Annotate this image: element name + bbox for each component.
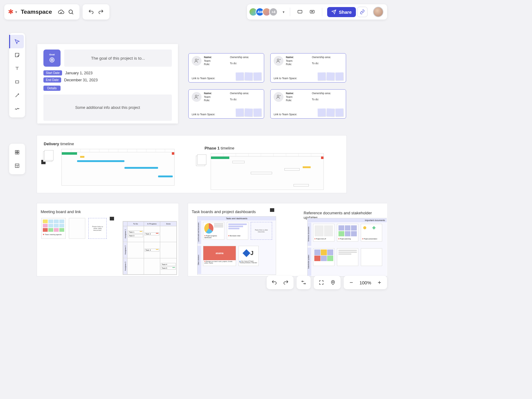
meeting-title: Meeting board and link [41, 209, 81, 214]
text-tool[interactable] [10, 62, 24, 75]
task-card[interactable]: Task 5 [162, 267, 167, 269]
col-done: Done [160, 222, 177, 226]
share-button[interactable]: Share [327, 7, 356, 17]
person-card-4[interactable]: Name:Team:Role: Ownership area:To do: Li… [270, 89, 346, 119]
end-date-value[interactable]: December 31, 2023 [64, 78, 98, 82]
role-label: Role: [286, 63, 294, 66]
ownership-label: Ownership area: [230, 56, 249, 59]
dashboard-link-2[interactable]: ✱ Burndown chart [227, 222, 248, 240]
reference-docs-thumb[interactable]: Important documents Reference documents … [307, 218, 387, 277]
row-assignee2: Assignee 2 [123, 242, 127, 258]
add-person-icon[interactable] [274, 56, 283, 66]
comments-icon[interactable] [295, 7, 305, 17]
asana-link[interactable]: asana ✱ Manage your team's work, project… [203, 246, 236, 266]
fit-screen-button[interactable] [316, 277, 327, 288]
person-card-1[interactable]: Name: Team: Role: Ownership area: To do:… [188, 53, 264, 83]
zoom-in-button[interactable] [374, 277, 385, 288]
add-person-icon[interactable] [192, 92, 201, 102]
todo-label: To do: [230, 62, 249, 65]
undo-button[interactable] [268, 277, 280, 288]
add-person-icon[interactable] [274, 92, 283, 102]
search-icon[interactable] [66, 7, 76, 17]
goal-badge-label: Goal [49, 53, 55, 56]
collaborator-avatars[interactable]: AW +4 [251, 8, 278, 16]
meeting-stickies-thumb[interactable]: ✱Team meeting agenda [41, 218, 66, 239]
details-text[interactable]: Some additional info about this project [43, 94, 172, 121]
redo-button[interactable] [280, 277, 292, 288]
collab-header-pill: AW +4 ▼ Share [247, 4, 387, 20]
dashboard-link-1[interactable]: ✱ Project progress dashboard [203, 222, 224, 240]
tasks-dashboards-thumb[interactable]: Tasks and dashboards Lucid boards and do… [197, 216, 276, 275]
task-card[interactable]: Task 3 [129, 235, 134, 237]
more-shapes-tool[interactable] [10, 146, 24, 159]
update-link-3[interactable] [361, 248, 382, 266]
profile-avatar[interactable] [373, 7, 383, 17]
zoom-out-button[interactable] [345, 277, 357, 288]
meeting-doc-thumb[interactable] [69, 218, 85, 239]
goal-badge: Goal [43, 50, 61, 67]
goal-text[interactable]: The goal of this project is to... [64, 50, 172, 67]
redo-button[interactable] [96, 7, 106, 17]
link-team-label: Link to Team Space: [192, 77, 215, 80]
paste-links-placeholder[interactable]: Paste links to other resources. [251, 222, 272, 240]
sticky-group[interactable] [318, 109, 343, 116]
link-team-label: Link to Team Space: [274, 77, 297, 80]
tasks-title: Task boards and project dashboards [192, 209, 256, 214]
location-button[interactable] [327, 277, 339, 288]
doc-link-2[interactable]: ✱ Project planning [337, 224, 358, 242]
avatar-overflow[interactable]: +4 [269, 8, 278, 16]
chevron-down-icon[interactable]: ▼ [282, 10, 285, 14]
sync-scroll-button[interactable] [297, 276, 311, 289]
update-link-2[interactable] [337, 248, 358, 266]
meeting-board-frame[interactable]: Meeting board and link ✱Team meeting age… [37, 203, 179, 276]
line-tool[interactable] [10, 89, 24, 102]
paste-links-placeholder[interactable]: Paste links to other daily resources. [88, 218, 107, 239]
shape-tool[interactable] [10, 75, 24, 89]
add-person-icon[interactable] [192, 56, 201, 66]
phase1-timeline-thumb[interactable] [211, 153, 324, 190]
copy-link-button[interactable] [357, 7, 368, 17]
ownership-label: Ownership area: [230, 92, 249, 95]
task-boards-frame[interactable]: Task boards and project dashboards Tasks… [188, 203, 387, 276]
zoom-value[interactable]: 100% [357, 280, 374, 285]
undo-button[interactable] [86, 7, 96, 17]
name-label: Name: [204, 56, 212, 59]
svg-rect-7 [17, 153, 19, 154]
sticky-group[interactable] [236, 109, 261, 116]
task-card[interactable]: Task 4 [146, 249, 151, 251]
person-card-3[interactable]: Name:Team:Role: Ownership area:To do: Li… [188, 89, 264, 119]
doc-link-3[interactable]: ✱ Project presentation [361, 224, 382, 242]
meeting-thumb-label: Team meeting agenda [45, 234, 61, 235]
task-card[interactable]: Task 4 [162, 264, 167, 265]
task-card[interactable]: Task 2 [146, 233, 151, 235]
stacked-cards-icon [197, 154, 206, 165]
select-tool[interactable] [9, 35, 24, 48]
app-menu-button[interactable]: ✱ ▼ [8, 8, 18, 16]
person-card-2[interactable]: Name:Team:Role: Ownership area:To do: Li… [270, 53, 346, 83]
frames-tool[interactable] [10, 159, 24, 172]
present-icon[interactable] [307, 7, 317, 17]
sticky-note-tool[interactable] [10, 48, 24, 62]
freehand-tool[interactable] [10, 102, 24, 116]
task-card[interactable]: Task 1 [129, 231, 134, 233]
side-other: Other solutions [198, 246, 201, 274]
svg-rect-4 [15, 150, 17, 152]
page-title[interactable]: Teamspace [21, 9, 52, 15]
row-assignee1: Assignee 1 [123, 226, 127, 242]
project-goal-card[interactable]: Goal The goal of this project is to... S… [37, 44, 178, 124]
tip-marker [270, 208, 274, 212]
delivery-timeline-thumb[interactable] [61, 149, 175, 186]
cloud-sync-icon[interactable] [56, 7, 66, 17]
kanban-thumb[interactable]: To Do In Progress Done Assignee 1 Task 1… [123, 221, 177, 275]
side-lucid: Lucid boards and documents [198, 221, 201, 244]
start-date-value[interactable]: January 1, 2023 [65, 71, 93, 75]
jira-link[interactable]: J ◆ Jira | Issue & Project Tracking Soft… [238, 246, 259, 266]
sticky-group[interactable] [236, 72, 261, 80]
team-label: Team: [286, 96, 294, 98]
sticky-group[interactable] [318, 72, 343, 80]
details-chip: Details [43, 86, 61, 91]
update-link-1[interactable] [313, 248, 334, 266]
phase1-timeline-title: Phase 1 timeline [205, 146, 235, 150]
doc-link-1[interactable]: ✱ Project kick-off [313, 224, 334, 242]
timelines-frame[interactable]: Delivery timeline Phase 1 timeline [37, 135, 347, 193]
